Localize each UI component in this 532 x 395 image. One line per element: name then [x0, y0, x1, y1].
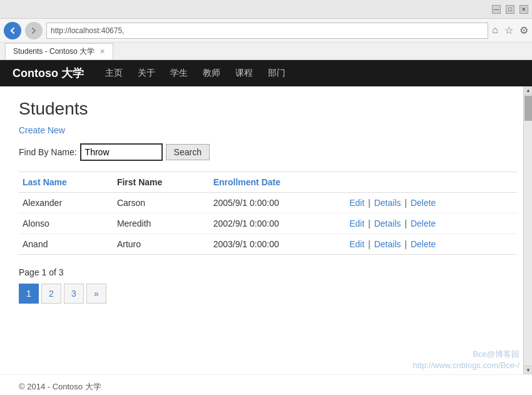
watermark-line2: http://www.cnblogs.com/Bce-/: [412, 360, 519, 371]
cell-actions: Edit | Details | Delete: [345, 193, 517, 213]
scrollbar-down-arrow[interactable]: ▼: [524, 366, 532, 374]
watermark-line1: Bce@博客园: [412, 349, 519, 360]
details-link-2[interactable]: Details: [374, 239, 401, 249]
nav-item-courses[interactable]: 课程: [235, 68, 253, 79]
cell-enrollment-date: 2005/9/1 0:00:00: [210, 193, 346, 213]
address-bar[interactable]: http://localhost:40675,: [46, 23, 488, 39]
browser-toolbar: http://localhost:40675, ⌂ ☆ ⚙: [0, 19, 532, 43]
nav-item-about[interactable]: 关于: [138, 68, 155, 79]
cell-first-name: Meredith: [113, 213, 210, 234]
page-btn-2[interactable]: 2: [41, 284, 61, 304]
delete-link-2[interactable]: Delete: [411, 239, 436, 249]
scrollbar[interactable]: ▲ ▼: [523, 86, 532, 374]
delete-link-0[interactable]: Delete: [411, 198, 436, 208]
address-text: http://localhost:40675,: [51, 26, 124, 35]
details-link-0[interactable]: Details: [374, 198, 401, 208]
tab-bar: Students - Contoso 大学 ✕: [0, 43, 532, 60]
maximize-button[interactable]: □: [506, 5, 514, 14]
back-button[interactable]: [4, 22, 21, 39]
home-icon[interactable]: ⌂: [492, 24, 498, 36]
col-enrollment-date[interactable]: Enrollment Date: [210, 172, 346, 193]
cell-first-name: Carson: [113, 193, 210, 213]
cell-first-name: Arturo: [113, 234, 210, 255]
cell-last-name: Anand: [19, 234, 113, 255]
navbar-brand: Contoso 大学: [13, 66, 84, 81]
cell-enrollment-date: 2003/9/1 0:00:00: [210, 234, 346, 255]
col-actions: [345, 172, 517, 193]
page-btn-3[interactable]: 3: [64, 284, 84, 304]
page-btn-1[interactable]: 1: [19, 284, 39, 304]
main-content: Students Create New Find By Name: Search…: [0, 86, 532, 374]
search-form: Find By Name: Search: [19, 144, 517, 160]
col-first-name: First Name: [113, 172, 210, 193]
table-row: Alonso Meredith 2002/9/1 0:00:00 Edit | …: [19, 213, 517, 234]
watermark: Bce@博客园 http://www.cnblogs.com/Bce-/: [412, 349, 519, 371]
search-input[interactable]: [81, 144, 162, 160]
forward-button[interactable]: [25, 22, 43, 39]
details-link-1[interactable]: Details: [374, 218, 401, 228]
scrollbar-up-arrow[interactable]: ▲: [524, 86, 532, 95]
nav-item-teachers[interactable]: 教师: [203, 68, 220, 79]
scrollbar-thumb[interactable]: [524, 96, 532, 121]
edit-link-0[interactable]: Edit: [349, 198, 364, 208]
table-row: Anand Arturo 2003/9/1 0:00:00 Edit | Det…: [19, 234, 517, 255]
edit-link-2[interactable]: Edit: [349, 239, 364, 249]
delete-link-1[interactable]: Delete: [411, 218, 436, 228]
page-title: Students: [19, 99, 517, 119]
pagination: 1 2 3 »: [19, 284, 517, 304]
search-label: Find By Name:: [19, 147, 77, 157]
students-table: Last Name First Name Enrollment Date Ale…: [19, 172, 517, 255]
nav-item-departments[interactable]: 部门: [268, 68, 285, 79]
nav-item-students[interactable]: 学生: [170, 68, 188, 79]
window-right-controls[interactable]: — □ ✕: [492, 5, 528, 14]
browser-area: Students Create New Find By Name: Search…: [0, 86, 532, 374]
minimize-button[interactable]: —: [492, 5, 501, 14]
pagination-info: Page 1 of 3: [19, 267, 517, 277]
table-row: Alexander Carson 2005/9/1 0:00:00 Edit |…: [19, 193, 517, 213]
cell-actions: Edit | Details | Delete: [345, 213, 517, 234]
cell-last-name: Alonso: [19, 213, 113, 234]
cell-enrollment-date: 2002/9/1 0:00:00: [210, 213, 346, 234]
table-header-row: Last Name First Name Enrollment Date: [19, 172, 517, 193]
gear-icon[interactable]: ⚙: [519, 24, 528, 36]
window-chrome: — □ ✕: [0, 0, 532, 19]
navbar: Contoso 大学 主页 关于 学生 教师 课程 部门: [0, 60, 532, 86]
create-new-link[interactable]: Create New: [19, 125, 65, 135]
page-btn-next[interactable]: »: [86, 284, 106, 304]
cell-actions: Edit | Details | Delete: [345, 234, 517, 255]
tab-title: Students - Contoso 大学: [13, 46, 95, 57]
nav-item-home[interactable]: 主页: [105, 68, 123, 79]
close-button[interactable]: ✕: [519, 5, 528, 14]
tab-close-button[interactable]: ✕: [100, 48, 105, 56]
col-last-name[interactable]: Last Name: [19, 172, 113, 193]
footer-copyright: © 2014 - Contoso 大学: [19, 382, 101, 391]
browser-tab[interactable]: Students - Contoso 大学 ✕: [5, 43, 113, 59]
edit-link-1[interactable]: Edit: [349, 218, 364, 228]
search-button[interactable]: Search: [166, 144, 210, 160]
footer: © 2014 - Contoso 大学: [0, 374, 532, 395]
browser-icons: ⌂ ☆ ⚙: [492, 24, 528, 36]
star-icon[interactable]: ☆: [504, 24, 513, 36]
cell-last-name: Alexander: [19, 193, 113, 213]
